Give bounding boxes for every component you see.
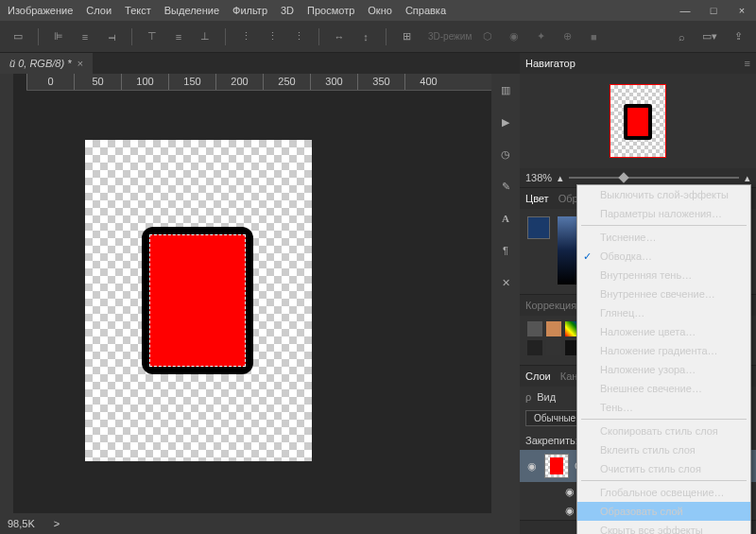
layer-filter-label: Вид bbox=[537, 391, 556, 403]
zoom-value: 138% bbox=[525, 172, 552, 183]
menu-item[interactable]: Наложение градиента… bbox=[577, 341, 750, 360]
3d-icon[interactable]: ⬡ bbox=[477, 26, 498, 47]
ruler-horizontal: 0 50 100 150 200 250 300 350 400 bbox=[26, 74, 491, 91]
maximize-button[interactable]: □ bbox=[699, 0, 728, 21]
menu-window[interactable]: Окно bbox=[368, 5, 392, 16]
play-icon[interactable]: ▶ bbox=[497, 113, 514, 130]
style-swatch[interactable] bbox=[527, 340, 542, 355]
tab-corrections[interactable]: Коррекция bbox=[525, 300, 576, 311]
menu-help[interactable]: Справка bbox=[405, 5, 446, 16]
style-swatch[interactable] bbox=[546, 340, 561, 355]
menu-text[interactable]: Текст bbox=[125, 5, 151, 16]
menu-3d[interactable]: 3D bbox=[281, 5, 294, 16]
menu-item[interactable]: Очистить стиль слоя bbox=[577, 459, 750, 478]
menu-item[interactable]: Скопировать стиль слоя bbox=[577, 422, 750, 440]
rectangle-shape[interactable] bbox=[142, 227, 253, 374]
visibility-toggle-icon[interactable]: ◉ bbox=[563, 486, 576, 498]
menu-item[interactable]: Тиснение… bbox=[577, 228, 750, 247]
menu-item[interactable]: Глобальное освещение… bbox=[577, 483, 750, 502]
foreground-color[interactable] bbox=[527, 216, 550, 239]
menu-item[interactable]: Внутренняя тень… bbox=[577, 266, 750, 284]
distribute-h-icon[interactable]: ↔ bbox=[329, 26, 350, 47]
menu-item[interactable]: Параметры наложения… bbox=[577, 204, 750, 223]
distribute-v-icon[interactable]: ↕ bbox=[355, 26, 376, 47]
menu-select[interactable]: Выделение bbox=[164, 5, 219, 16]
tab-navigator[interactable]: Навигатор bbox=[525, 58, 576, 69]
3d-icon[interactable]: ■ bbox=[583, 26, 604, 47]
share-icon[interactable]: ⇪ bbox=[728, 26, 748, 47]
paragraph-icon[interactable]: ¶ bbox=[497, 242, 514, 259]
visibility-toggle-icon[interactable]: ◉ bbox=[563, 505, 576, 517]
search-icon[interactable]: ⌕ bbox=[671, 26, 692, 47]
workspace-icon[interactable]: ▭▾ bbox=[699, 26, 720, 47]
type-icon[interactable]: A bbox=[497, 210, 514, 227]
layer-style-context-menu: Выключить слой-эффектыПараметры наложени… bbox=[576, 184, 751, 534]
distribute-icon[interactable]: ⋮ bbox=[262, 26, 283, 47]
document-tab[interactable]: й 0, RGB/8) * × bbox=[0, 53, 93, 74]
grid-icon[interactable]: ⊞ bbox=[396, 26, 417, 47]
lock-label: Закрепить: bbox=[525, 435, 578, 446]
zoom-slider[interactable] bbox=[569, 177, 739, 179]
distribute-icon[interactable]: ⋮ bbox=[288, 26, 309, 47]
menu-item[interactable]: Скрыть все эффекты bbox=[577, 521, 750, 534]
align-bottom-icon[interactable]: ⊥ bbox=[195, 26, 215, 47]
menu-item[interactable]: ✓Обводка… bbox=[577, 247, 750, 266]
3d-icon[interactable]: ◉ bbox=[504, 26, 524, 47]
style-swatch[interactable] bbox=[546, 321, 561, 336]
menu-view[interactable]: Просмотр bbox=[307, 5, 354, 16]
visibility-toggle-icon[interactable]: ◉ bbox=[525, 460, 539, 473]
tool-icon[interactable]: ▭ bbox=[8, 26, 28, 47]
collapsed-panels: ▥ ▶ ◷ ✎ A ¶ ✕ bbox=[491, 74, 520, 513]
align-top-icon[interactable]: ⊤ bbox=[142, 26, 163, 47]
style-swatch[interactable] bbox=[527, 321, 542, 336]
align-center-icon[interactable]: ≡ bbox=[75, 26, 95, 47]
menu-item[interactable]: Глянец… bbox=[577, 303, 750, 322]
status-info: 98,5K bbox=[8, 518, 35, 529]
crosshair-icon[interactable]: ✕ bbox=[497, 274, 514, 291]
close-tab-icon[interactable]: × bbox=[77, 58, 82, 69]
status-scroll: > bbox=[54, 518, 60, 529]
zoom-out-icon[interactable]: ▴ bbox=[558, 172, 563, 184]
tab-title: й 0, RGB/8) * bbox=[9, 58, 71, 69]
close-button[interactable]: × bbox=[728, 0, 756, 21]
workspace: 0 50 100 150 200 250 300 350 400 bbox=[0, 74, 491, 513]
align-left-icon[interactable]: ⊫ bbox=[48, 26, 69, 47]
options-bar: ▭ ⊫ ≡ ⫤ ⊤ ≡ ⊥ ⋮ ⋮ ⋮ ↔ ↕ ⊞ 3D-режим ⬡ ◉ ✦… bbox=[0, 21, 756, 53]
layer-thumbnail[interactable] bbox=[544, 454, 569, 478]
menu-bar: Изображение Слои Текст Выделение Фильтр … bbox=[0, 0, 756, 21]
menu-item[interactable]: Тень… bbox=[577, 398, 750, 417]
navigator-preview[interactable] bbox=[520, 74, 756, 168]
menu-image[interactable]: Изображение bbox=[8, 5, 73, 16]
menu-item[interactable]: Внешнее свечение… bbox=[577, 379, 750, 398]
3d-icon[interactable]: ⊕ bbox=[557, 26, 577, 47]
tab-layers[interactable]: Слои bbox=[525, 370, 551, 382]
minimize-button[interactable]: — bbox=[671, 0, 699, 21]
brush-icon[interactable]: ✎ bbox=[497, 178, 514, 195]
left-edge bbox=[0, 74, 13, 513]
align-right-icon[interactable]: ⫤ bbox=[101, 26, 122, 47]
selection-marquee bbox=[149, 234, 246, 367]
menu-item[interactable]: Внутреннее свечение… bbox=[577, 284, 750, 303]
menu-item[interactable]: Образовать слой bbox=[577, 502, 750, 521]
tab-color[interactable]: Цвет bbox=[525, 193, 549, 204]
menu-filter[interactable]: Фильтр bbox=[232, 5, 267, 16]
zoom-in-icon[interactable]: ▴ bbox=[745, 172, 750, 184]
menu-layers[interactable]: Слои bbox=[86, 5, 112, 16]
align-middle-icon[interactable]: ≡ bbox=[168, 26, 189, 47]
panel-menu-icon[interactable]: ≡ bbox=[745, 58, 750, 69]
menu-item: Вклеить стиль слоя bbox=[577, 440, 750, 459]
layers-stack-icon[interactable]: ▥ bbox=[497, 81, 514, 98]
3d-icon[interactable]: ✦ bbox=[530, 26, 551, 47]
menu-item[interactable]: Наложение цвета… bbox=[577, 322, 750, 341]
window-controls: — □ × bbox=[671, 0, 756, 21]
menu-item[interactable]: Наложение узора… bbox=[577, 360, 750, 379]
menu-item[interactable]: Выключить слой-эффекты bbox=[577, 185, 750, 204]
clock-icon[interactable]: ◷ bbox=[497, 146, 514, 163]
mode-3d-label: 3D-режим bbox=[428, 31, 472, 42]
canvas[interactable] bbox=[85, 140, 312, 461]
distribute-icon[interactable]: ⋮ bbox=[235, 26, 256, 47]
